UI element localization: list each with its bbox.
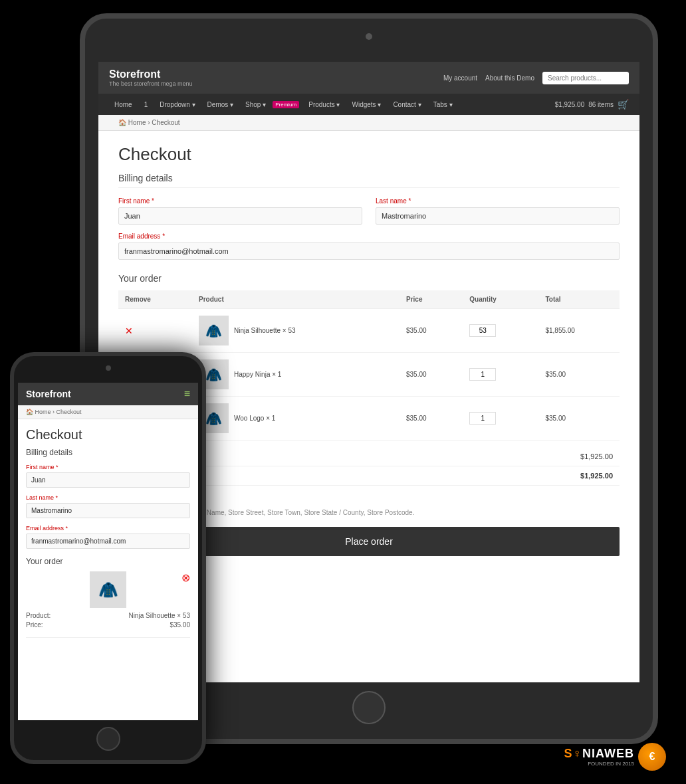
last-name-group: Last name * bbox=[376, 197, 620, 225]
phone-price-value: $35.00 bbox=[170, 621, 190, 629]
phone-product-label: Product: bbox=[26, 612, 51, 619]
phone-remove-btn-1[interactable]: ⊗ bbox=[181, 571, 190, 584]
product-price-1: $35.00 bbox=[400, 309, 463, 353]
email-label: Email address * bbox=[118, 233, 620, 240]
phone-page-title: Checkout bbox=[26, 427, 190, 442]
cart-price: $1,925.00 bbox=[555, 101, 585, 108]
last-name-label: Last name * bbox=[376, 197, 620, 205]
brand-name: S♀NIAWEB bbox=[564, 747, 634, 761]
tablet-camera bbox=[366, 33, 372, 40]
phone-product-value: Ninja Silhouette × 53 bbox=[128, 612, 190, 619]
col-quantity: Quantity bbox=[463, 290, 538, 309]
phone-header: Storefront ≡ bbox=[18, 383, 198, 405]
tablet-header: Storefront The best storefront mega menu… bbox=[98, 62, 639, 94]
phone-first-name-group: First name * bbox=[26, 464, 190, 488]
tablet-nav-cart: $1,925.00 86 items 🛒 bbox=[555, 99, 629, 110]
product-name-1: Ninja Silhouette × 53 bbox=[234, 327, 296, 334]
nav-dropdown[interactable]: Dropdown ▾ bbox=[154, 97, 200, 112]
tablet-page-title: Checkout bbox=[118, 144, 620, 165]
nav-home[interactable]: Home bbox=[109, 97, 138, 112]
phone-product-img-1: 🧥 bbox=[90, 571, 126, 608]
tablet-header-links: My account About this Demo bbox=[443, 72, 629, 84]
phone-breadcrumb: 🏠 Home › Checkout bbox=[18, 405, 198, 419]
phone-home-button[interactable] bbox=[96, 727, 120, 751]
tablet-home-button[interactable] bbox=[352, 691, 386, 724]
nav-tabs[interactable]: Tabs ▾ bbox=[428, 97, 458, 112]
nav-badge: Premium bbox=[273, 101, 299, 108]
search-input[interactable] bbox=[542, 72, 629, 84]
phone-email-group: Email address * bbox=[26, 525, 190, 549]
email-group: Email address * bbox=[118, 233, 620, 260]
tablet-email-row: Email address * bbox=[118, 233, 620, 260]
product-price-3: $35.00 bbox=[400, 397, 463, 441]
breadcrumb-text: Home › Checkout bbox=[128, 119, 180, 126]
phone-last-name-label: Last name * bbox=[26, 494, 190, 501]
cart-icon[interactable]: 🛒 bbox=[618, 99, 629, 110]
product-total-2: $35.00 bbox=[538, 353, 620, 397]
phone-last-name-group: Last name * bbox=[26, 494, 190, 518]
phone-logo: Storefront bbox=[26, 389, 71, 399]
my-account-link[interactable]: My account bbox=[443, 74, 477, 82]
hamburger-menu-icon[interactable]: ≡ bbox=[184, 388, 190, 400]
phone-screen: Storefront ≡ 🏠 Home › Checkout Checkout … bbox=[18, 383, 198, 720]
first-name-label: First name * bbox=[118, 197, 362, 205]
tablet-logo-title: Storefront bbox=[109, 68, 193, 80]
product-name-3: Woo Logo × 1 bbox=[234, 415, 275, 422]
tablet-logo-area: Storefront The best storefront mega menu bbox=[109, 68, 193, 87]
tablet-order-title: Your order bbox=[118, 273, 620, 284]
phone-email-input[interactable] bbox=[26, 534, 190, 549]
tablet-nav: Home 1 Dropdown ▾ Demos ▾ Shop ▾ Premium… bbox=[98, 94, 639, 115]
col-price: Price bbox=[400, 290, 463, 309]
table-row: ✕ 🧥 Ninja Silhouette × 53 $35.00 $1,855.… bbox=[118, 309, 620, 353]
qty-input-2[interactable] bbox=[469, 368, 496, 381]
phone-email-label: Email address * bbox=[26, 525, 190, 532]
product-total-3: $35.00 bbox=[538, 397, 620, 441]
phone-content: Checkout Billing details First name * La… bbox=[18, 419, 198, 717]
col-remove: Remove bbox=[118, 290, 192, 309]
tablet-name-row: First name * Last name * bbox=[118, 197, 620, 225]
branding-area: S♀NIAWEB FOUNDED IN 2015 € bbox=[564, 743, 666, 771]
qty-input-1[interactable] bbox=[469, 324, 496, 337]
phone-price-row: Price: $35.00 bbox=[26, 621, 190, 629]
total-value: $1,925.00 bbox=[580, 472, 613, 480]
tablet-logo-sub: The best storefront mega menu bbox=[109, 80, 193, 87]
phone-camera bbox=[106, 365, 111, 371]
brand-icon: € bbox=[638, 743, 666, 771]
phone-first-name-input[interactable] bbox=[26, 472, 190, 488]
phone-order-title: Your order bbox=[26, 557, 190, 566]
email-input[interactable] bbox=[118, 243, 620, 260]
home-icon: 🏠 bbox=[118, 119, 126, 126]
phone-billing-title: Billing details bbox=[26, 448, 190, 457]
qty-input-3[interactable] bbox=[469, 412, 496, 425]
nav-shop[interactable]: Shop ▾ bbox=[240, 97, 271, 112]
product-name-2: Happy Ninja × 1 bbox=[234, 371, 281, 378]
cart-items: 86 items bbox=[588, 101, 614, 108]
phone-last-name-input[interactable] bbox=[26, 503, 190, 518]
col-total: Total bbox=[538, 290, 620, 309]
phone-first-name-label: First name * bbox=[26, 464, 190, 470]
phone-home-icon: 🏠 bbox=[26, 409, 33, 415]
tablet-billing-title: Billing details bbox=[118, 173, 620, 188]
tablet-breadcrumb: 🏠 Home › Checkout bbox=[98, 115, 639, 131]
nav-demos[interactable]: Demos ▾ bbox=[202, 97, 239, 112]
phone-device: Storefront ≡ 🏠 Home › Checkout Checkout … bbox=[10, 352, 206, 764]
phone-price-label: Price: bbox=[26, 621, 43, 629]
product-price-2: $35.00 bbox=[400, 353, 463, 397]
brand-sub: FOUNDED IN 2015 bbox=[564, 761, 634, 767]
first-name-group: First name * bbox=[118, 197, 362, 225]
phone-breadcrumb-text: Home › Checkout bbox=[35, 409, 82, 415]
col-product: Product bbox=[192, 290, 400, 309]
phone-product-row: Product: Ninja Silhouette × 53 bbox=[26, 612, 190, 619]
about-demo-link[interactable]: About this Demo bbox=[485, 74, 534, 82]
product-total-1: $1,855.00 bbox=[538, 309, 620, 353]
first-name-input[interactable] bbox=[118, 207, 362, 225]
nav-1[interactable]: 1 bbox=[139, 97, 154, 112]
subtotal-value: $1,925.00 bbox=[580, 452, 613, 460]
phone-order-item-1: ⊗ 🧥 Product: Ninja Silhouette × 53 Price… bbox=[26, 571, 190, 638]
remove-btn-1[interactable]: ✕ bbox=[125, 326, 133, 336]
nav-contact[interactable]: Contact ▾ bbox=[388, 97, 426, 112]
product-img-1: 🧥 bbox=[199, 316, 229, 345]
last-name-input[interactable] bbox=[376, 207, 620, 225]
nav-widgets[interactable]: Widgets ▾ bbox=[346, 97, 386, 112]
nav-products[interactable]: Products ▾ bbox=[303, 97, 345, 112]
